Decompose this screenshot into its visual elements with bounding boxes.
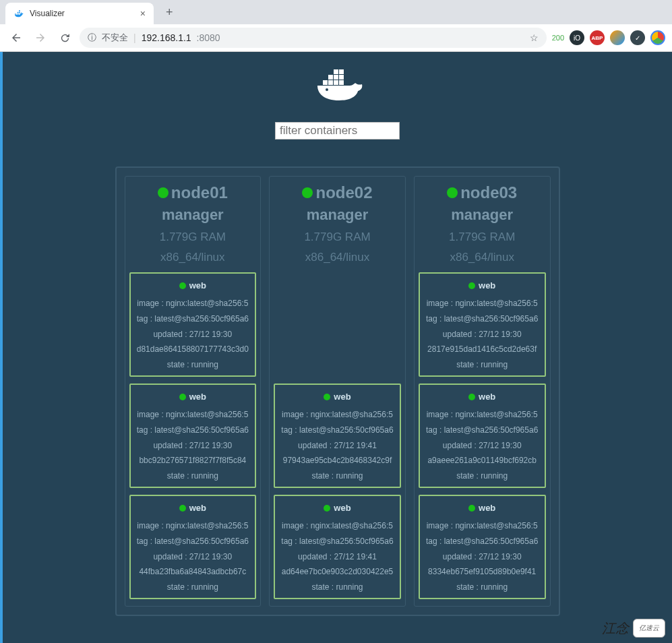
container-card[interactable]: web image : nginx:latest@sha256:5 tag : …	[419, 272, 546, 377]
container-name: web	[278, 503, 397, 513]
node-ram: 1.779G RAM	[129, 231, 257, 244]
new-tab-button[interactable]: +	[160, 5, 179, 20]
whale-favicon-icon	[13, 8, 24, 19]
container-image: image : nginx:latest@sha256:5	[423, 518, 542, 534]
node-column: node03 manager 1.779G RAM x86_64/linux w…	[414, 176, 551, 607]
container-tag: tag : latest@sha256:50cf965a6	[278, 534, 397, 549]
containers-list: web image : nginx:latest@sha256:5 tag : …	[274, 272, 401, 599]
container-id: ad64ee7bc0e903c2d030422e5	[278, 564, 397, 580]
status-dot-icon	[447, 187, 458, 198]
container-state: state : running	[133, 468, 253, 484]
visualizer-page: node01 manager 1.779G RAM x86_64/linux w…	[0, 52, 672, 643]
container-tag: tag : latest@sha256:50cf965a6	[133, 423, 253, 438]
browser-tab[interactable]: Visualizer ×	[5, 3, 154, 24]
container-updated: updated : 27/12 19:41	[278, 549, 397, 565]
container-tag: tag : latest@sha256:50cf965a6	[133, 534, 253, 549]
filter-input[interactable]	[275, 122, 400, 140]
container-name: web	[133, 280, 253, 290]
container-name: web	[423, 503, 542, 513]
extension-icon[interactable]	[610, 30, 625, 45]
security-label: 不安全	[102, 32, 128, 44]
container-image: image : nginx:latest@sha256:5	[133, 518, 253, 534]
tab-title: Visualizer	[30, 9, 65, 18]
http-status-badge: 200	[552, 34, 564, 42]
container-state: state : running	[423, 580, 542, 595]
status-dot-icon	[179, 394, 186, 400]
container-id: a9aeee261a9c01149bcf692cb	[423, 453, 542, 468]
browser-chrome: Visualizer × + ⓘ 不安全 | 192.168.1.1:8080 …	[0, 0, 672, 52]
containers-list: web image : nginx:latest@sha256:5 tag : …	[419, 272, 546, 599]
url-host: 192.168.1.1	[142, 32, 191, 43]
page-header	[3, 52, 672, 115]
container-image: image : nginx:latest@sha256:5	[278, 407, 397, 423]
container-name: web	[133, 392, 253, 402]
address-bar[interactable]: ⓘ 不安全 | 192.168.1.1:8080 ☆	[80, 28, 547, 48]
info-icon: ⓘ	[88, 32, 96, 44]
extension-icon[interactable]: iO	[570, 30, 584, 45]
container-image: image : nginx:latest@sha256:5	[278, 518, 397, 534]
svg-rect-7	[339, 69, 344, 74]
container-id: 2817e915dad1416c5cd2de63f	[423, 342, 542, 357]
container-card[interactable]: web image : nginx:latest@sha256:5 tag : …	[129, 495, 257, 599]
svg-rect-0	[328, 80, 333, 85]
node-ram: 1.779G RAM	[419, 231, 546, 244]
watermark-text: 江念	[602, 619, 629, 638]
svg-rect-1	[334, 80, 338, 85]
svg-rect-6	[334, 69, 338, 74]
node-name: node02	[274, 183, 401, 202]
status-dot-icon	[179, 282, 186, 289]
watermark-logo: 亿速云	[633, 619, 665, 638]
container-card[interactable]: web image : nginx:latest@sha256:5 tag : …	[419, 384, 546, 488]
container-card[interactable]: web image : nginx:latest@sha256:5 tag : …	[419, 495, 546, 599]
container-updated: updated : 27/12 19:30	[423, 438, 542, 454]
node-column: node01 manager 1.779G RAM x86_64/linux w…	[125, 176, 262, 607]
container-name: web	[278, 392, 397, 402]
bookmark-star-icon[interactable]: ☆	[530, 32, 539, 43]
container-card[interactable]: web image : nginx:latest@sha256:5 tag : …	[129, 384, 257, 488]
back-button[interactable]	[7, 28, 26, 47]
container-image: image : nginx:latest@sha256:5	[423, 407, 542, 423]
status-dot-icon	[179, 505, 186, 512]
node-role: manager	[129, 206, 257, 224]
svg-rect-8	[323, 80, 328, 85]
container-tag: tag : latest@sha256:50cf965a6	[278, 423, 397, 438]
container-card[interactable]: web image : nginx:latest@sha256:5 tag : …	[129, 272, 257, 377]
container-image: image : nginx:latest@sha256:5	[133, 407, 253, 423]
extension-icon[interactable]: ✓	[630, 30, 645, 45]
adblock-extension-icon[interactable]: ABP	[590, 30, 605, 45]
node-arch: x86_64/linux	[419, 251, 546, 264]
svg-rect-3	[328, 75, 333, 80]
status-dot-icon	[468, 505, 475, 512]
containers-list: web image : nginx:latest@sha256:5 tag : …	[129, 272, 257, 599]
forward-button[interactable]	[31, 28, 50, 47]
container-tag: tag : latest@sha256:50cf965a6	[423, 311, 542, 327]
status-dot-icon	[468, 282, 475, 289]
container-updated: updated : 27/12 19:30	[133, 438, 253, 454]
container-tag: tag : latest@sha256:50cf965a6	[423, 423, 542, 438]
profile-icon[interactable]	[650, 30, 665, 45]
tab-bar: Visualizer × +	[0, 0, 672, 24]
svg-rect-4	[334, 75, 338, 80]
status-dot-icon	[158, 187, 169, 198]
reload-button[interactable]	[55, 28, 74, 47]
container-state: state : running	[133, 580, 253, 595]
watermark: 江念 亿速云	[602, 619, 665, 638]
container-updated: updated : 27/12 19:30	[423, 327, 542, 342]
container-state: state : running	[133, 357, 253, 373]
container-updated: updated : 27/12 19:30	[423, 549, 542, 565]
container-name: web	[423, 392, 542, 402]
container-card[interactable]: web image : nginx:latest@sha256:5 tag : …	[274, 384, 401, 488]
container-state: state : running	[423, 357, 542, 373]
container-name: web	[133, 503, 253, 513]
close-icon[interactable]: ×	[140, 8, 146, 19]
container-card[interactable]: web image : nginx:latest@sha256:5 tag : …	[274, 495, 401, 599]
svg-rect-2	[339, 80, 344, 85]
container-updated: updated : 27/12 19:41	[278, 438, 397, 454]
node-ram: 1.779G RAM	[274, 231, 401, 244]
node-name: node01	[129, 183, 257, 202]
container-id: d81dae864158807177743c3d0	[133, 342, 253, 357]
node-column: node02 manager 1.779G RAM x86_64/linux w…	[269, 176, 406, 607]
status-dot-icon	[302, 187, 313, 198]
nodes-panel: node01 manager 1.779G RAM x86_64/linux w…	[115, 166, 560, 616]
container-state: state : running	[278, 580, 397, 595]
